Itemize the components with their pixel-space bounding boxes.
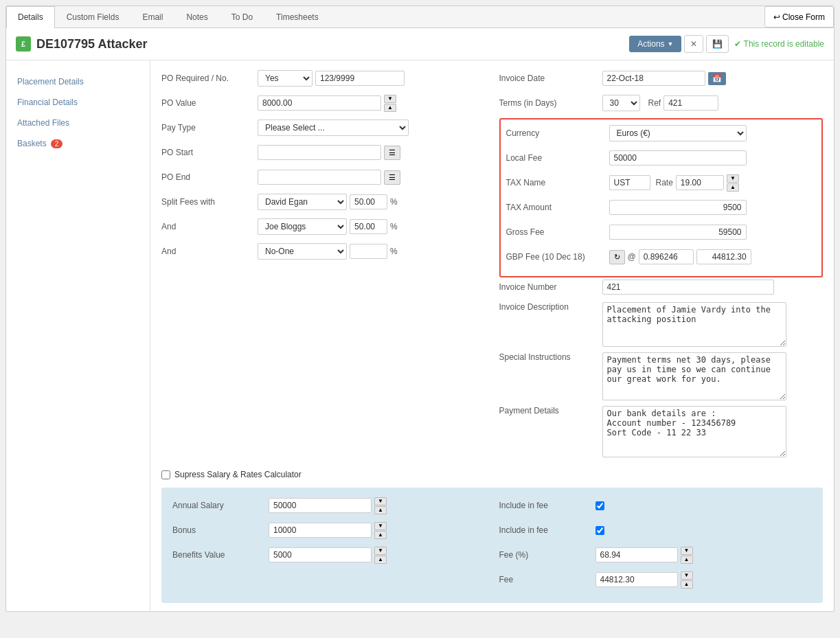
po-value-label: PO Value	[161, 98, 258, 108]
invoice-number-input[interactable]	[602, 280, 774, 295]
special-instr-textarea[interactable]	[602, 352, 786, 400]
include-fee1-checkbox[interactable]	[595, 501, 604, 510]
actions-button[interactable]: Actions	[629, 36, 681, 52]
payment-details-controls	[602, 406, 824, 457]
ref-input[interactable]	[663, 95, 718, 111]
include-fee1-row: Include in fee	[499, 496, 813, 515]
save-button[interactable]: 💾	[706, 35, 729, 53]
annual-salary-up[interactable]: ▲	[374, 506, 387, 514]
invoice-date-row: Invoice Date 📅	[499, 69, 824, 88]
tab-timesheets[interactable]: Timesheets	[264, 6, 330, 27]
fee-pct-input[interactable]	[595, 547, 678, 562]
fee-row: Fee ▼ ▲	[499, 570, 813, 589]
po-required-label: PO Required / No.	[161, 73, 258, 83]
benefits-spinners: ▼ ▲	[374, 547, 387, 564]
po-value-input[interactable]	[258, 95, 381, 111]
po-end-input[interactable]	[258, 170, 381, 185]
invoice-desc-textarea[interactable]	[602, 302, 786, 347]
po-number-input[interactable]	[315, 71, 405, 86]
rate-up[interactable]: ▲	[727, 183, 739, 192]
bonus-up[interactable]: ▲	[374, 531, 387, 539]
rate-label: Rate	[656, 178, 673, 187]
invoice-date-calendar[interactable]: 📅	[708, 72, 726, 85]
calc-columns: Annual Salary ▼ ▲ Bonus	[172, 496, 812, 595]
split-fees-row: Split Fees with David Egan %	[161, 192, 486, 212]
content-area: Placement Details Financial Details Atta…	[6, 60, 834, 611]
local-fee-input[interactable]	[609, 150, 747, 166]
pay-type-select[interactable]: Please Select ...	[258, 119, 409, 136]
po-value-up[interactable]: ▲	[384, 104, 396, 112]
tab-details[interactable]: Details	[6, 6, 55, 28]
pct1-label: %	[390, 197, 398, 207]
annual-salary-spinners: ▼ ▲	[374, 497, 387, 514]
include-fee2-checkbox[interactable]	[595, 526, 604, 535]
po-value-row: PO Value ▼ ▲	[161, 93, 486, 113]
bonus-down[interactable]: ▼	[374, 522, 387, 530]
bonus-spinners: ▼ ▲	[374, 522, 387, 539]
tab-custom-fields[interactable]: Custom Fields	[55, 6, 131, 27]
rate-spinners: ▼ ▲	[727, 174, 739, 192]
gross-fee-row: Gross Fee	[506, 223, 817, 242]
fee-input[interactable]	[595, 572, 678, 587]
fee-label: Fee	[499, 575, 595, 584]
gbp-fee-input[interactable]	[696, 249, 751, 264]
and2-controls: No-One %	[258, 243, 486, 260]
annual-salary-label: Annual Salary	[172, 501, 269, 510]
po-start-calendar[interactable]: ☰	[384, 146, 400, 160]
sidebar-item-baskets[interactable]: Baskets 2	[14, 133, 141, 154]
split-fees-label: Split Fees with	[161, 197, 258, 207]
benefits-input[interactable]	[269, 547, 372, 562]
delete-button[interactable]: ✕	[684, 35, 703, 53]
po-end-calendar[interactable]: ☰	[384, 170, 400, 185]
sidebar: Placement Details Financial Details Atta…	[6, 60, 150, 611]
invoice-date-input[interactable]	[602, 71, 705, 86]
and1-label: And	[161, 222, 258, 231]
and1-pct-input[interactable]	[350, 219, 387, 234]
payment-details-textarea[interactable]	[602, 406, 786, 457]
gbp-rate-input[interactable]	[639, 249, 694, 264]
include-fee2-controls	[595, 526, 604, 535]
sidebar-item-attached-files[interactable]: Attached Files	[14, 113, 141, 133]
split-fees-pct1-input[interactable]	[350, 194, 387, 209]
sidebar-item-financial-details[interactable]: Financial Details	[14, 92, 141, 113]
tax-controls: Rate ▼ ▲	[609, 174, 817, 192]
gbp-refresh-button[interactable]: ↻	[609, 250, 625, 264]
and2-pct-input[interactable]	[350, 244, 387, 259]
fee-pct-up[interactable]: ▲	[681, 556, 693, 564]
invoice-desc-controls	[602, 302, 824, 347]
bonus-input[interactable]	[269, 523, 372, 538]
tab-notes[interactable]: Notes	[174, 6, 219, 27]
po-start-label: PO Start	[161, 148, 258, 157]
po-value-down[interactable]: ▼	[384, 95, 396, 103]
sidebar-item-placement-details[interactable]: Placement Details	[14, 71, 141, 92]
fee-pct-down[interactable]: ▼	[681, 547, 693, 555]
fee-pct-spinners: ▼ ▲	[681, 547, 693, 564]
tax-name-input[interactable]	[609, 175, 650, 190]
annual-salary-input[interactable]	[269, 498, 372, 513]
fee-up[interactable]: ▲	[681, 580, 693, 589]
benefits-row: Benefits Value ▼ ▲	[172, 545, 486, 565]
local-fee-row: Local Fee	[506, 148, 817, 168]
tax-row: TAX Name Rate ▼ ▲	[506, 173, 817, 192]
tab-email[interactable]: Email	[130, 6, 174, 27]
fee-down[interactable]: ▼	[681, 571, 693, 580]
and1-person[interactable]: Joe Bloggs	[258, 218, 347, 235]
rate-down[interactable]: ▼	[727, 174, 739, 183]
pct2-label: %	[390, 222, 398, 231]
po-required-select[interactable]: Yes No	[258, 70, 313, 87]
and2-person[interactable]: No-One	[258, 243, 347, 260]
suppress-checkbox[interactable]	[161, 470, 170, 479]
benefits-up[interactable]: ▲	[374, 556, 387, 564]
tab-todo[interactable]: To Do	[220, 6, 264, 27]
split-fees-person1[interactable]: David Egan	[258, 194, 347, 210]
gross-fee-input[interactable]	[609, 225, 747, 240]
annual-salary-down[interactable]: ▼	[374, 497, 387, 505]
close-form-button[interactable]: ↩ Close Form	[764, 6, 834, 27]
rate-input[interactable]	[676, 175, 724, 190]
tax-amount-input[interactable]	[609, 200, 747, 215]
invoice-date-controls: 📅	[602, 71, 824, 86]
currency-select[interactable]: Euros (€)	[609, 125, 747, 141]
po-start-input[interactable]	[258, 145, 381, 160]
benefits-down[interactable]: ▼	[374, 547, 387, 555]
terms-select[interactable]: 30	[602, 95, 640, 111]
